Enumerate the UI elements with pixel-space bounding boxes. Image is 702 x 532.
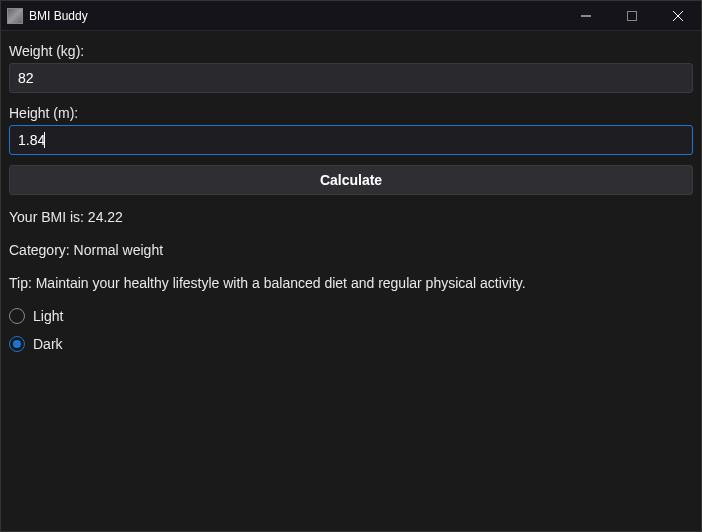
content-area: Weight (kg): Height (m): 1.84 Calculate … <box>1 31 701 374</box>
weight-label: Weight (kg): <box>9 43 693 59</box>
svg-rect-1 <box>628 11 637 20</box>
category-result: Category: Normal weight <box>9 242 693 258</box>
calculate-button[interactable]: Calculate <box>9 165 693 195</box>
radio-icon <box>9 308 25 324</box>
close-button[interactable] <box>655 1 701 30</box>
maximize-button[interactable] <box>609 1 655 30</box>
bmi-result: Your BMI is: 24.22 <box>9 209 693 225</box>
titlebar: BMI Buddy <box>1 1 701 31</box>
titlebar-left: BMI Buddy <box>1 8 88 24</box>
height-input[interactable]: 1.84 <box>9 125 693 155</box>
radio-icon <box>9 336 25 352</box>
text-caret <box>44 132 45 148</box>
height-label: Height (m): <box>9 105 693 121</box>
app-icon <box>7 8 23 24</box>
window-controls <box>563 1 701 30</box>
window-title: BMI Buddy <box>29 9 88 23</box>
theme-radio-light[interactable]: Light <box>9 308 693 324</box>
radio-label-light: Light <box>33 308 63 324</box>
minimize-button[interactable] <box>563 1 609 30</box>
weight-input[interactable] <box>9 63 693 93</box>
height-input-value: 1.84 <box>18 132 45 148</box>
radio-label-dark: Dark <box>33 336 63 352</box>
theme-radio-dark[interactable]: Dark <box>9 336 693 352</box>
tip-result: Tip: Maintain your healthy lifestyle wit… <box>9 275 693 291</box>
